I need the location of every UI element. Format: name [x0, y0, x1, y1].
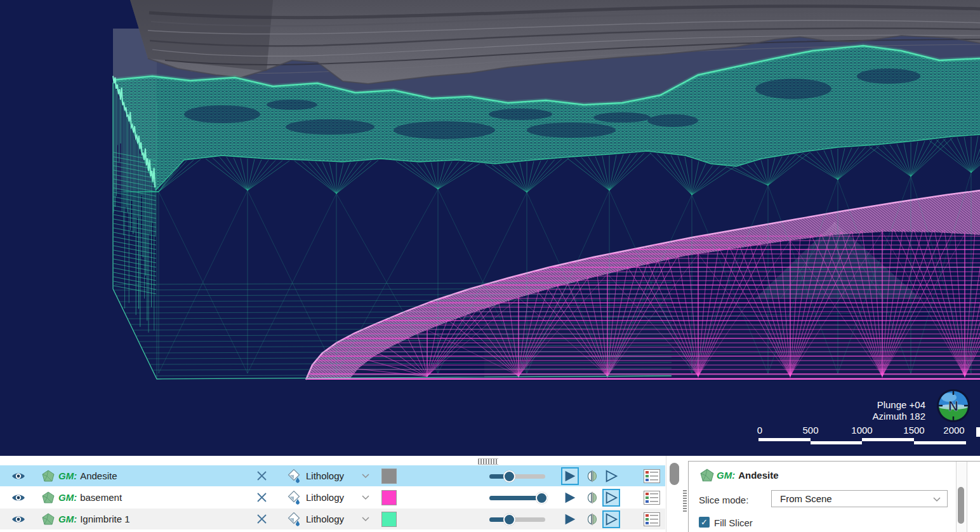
scene-viewport[interactable]: Plunge +04 Azimuth 182 N 0 500 1000 [0, 0, 980, 456]
shading-mode-dropdown[interactable]: Lithology [306, 487, 344, 508]
shape-row-basement[interactable]: GM:basementLithology [0, 487, 665, 508]
render-solid-button[interactable] [561, 510, 579, 528]
render-solid-button[interactable] [561, 467, 579, 485]
slice-mode-label: Slice mode: [699, 495, 748, 505]
chevron-down-icon [933, 493, 941, 505]
geological-model-icon [42, 509, 55, 529]
remove-from-scene-button[interactable] [256, 465, 267, 486]
color-swatch[interactable] [381, 465, 397, 486]
scale-tick: 1500 [903, 425, 924, 436]
gm-prefix: GM: [58, 492, 77, 503]
shape-row-ignimbrite[interactable]: GM:Ignimbrite 1Lithology [0, 509, 665, 529]
slice-mode-value: From Scene [780, 493, 933, 504]
render-wireframe-button[interactable] [602, 467, 620, 485]
shape-list-panel: GM:AndesiteLithology GM:basementLitholog… [0, 456, 980, 532]
opacity-slider[interactable] [489, 465, 545, 486]
chevron-down-icon[interactable] [362, 487, 369, 508]
properties-panel: GM:Andesite Slice mode: From Scene ✓ Fil… [688, 461, 980, 532]
visibility-eye-icon[interactable] [11, 509, 25, 529]
shape-list-scrollbar-thumb[interactable] [670, 463, 679, 485]
gm-prefix: GM: [58, 470, 77, 481]
opacity-slider-knob[interactable] [503, 470, 515, 482]
shape-list-scrollbar[interactable] [666, 456, 683, 532]
panel-resize-grip-horizontal[interactable] [478, 458, 498, 465]
plunge-label: Plunge +04 [873, 399, 925, 411]
shading-bucket-icon [288, 487, 301, 508]
render-wireframe-button[interactable] [602, 489, 620, 507]
scale-tick: 1000 [851, 425, 872, 436]
color-swatch[interactable] [381, 487, 397, 508]
opacity-slider-knob[interactable] [503, 514, 515, 526]
scale-tick: 2000 [943, 425, 964, 436]
render-both-sides-button[interactable] [583, 510, 601, 528]
shape-label: GM:Andesite [58, 465, 117, 486]
chevron-down-icon[interactable] [362, 465, 369, 486]
shading-bucket-icon [288, 509, 301, 529]
orientation-readout: Plunge +04 Azimuth 182 [873, 399, 925, 422]
scale-bar-segments [758, 438, 966, 444]
slice-mode-dropdown[interactable]: From Scene [771, 490, 948, 507]
color-swatch[interactable] [381, 509, 397, 529]
shape-label: GM:Ignimbrite 1 [58, 509, 130, 529]
render-both-sides-button[interactable] [583, 467, 601, 485]
render-solid-button[interactable] [561, 489, 579, 507]
scene-3d-canvas[interactable] [0, 0, 980, 456]
panel-resize-grip-vertical[interactable] [683, 490, 687, 512]
compass-north-letter: N [948, 398, 958, 414]
geological-model-icon [700, 469, 714, 485]
shading-mode-dropdown[interactable]: Lithology [306, 509, 344, 529]
chevron-down-icon[interactable] [362, 509, 369, 529]
remove-from-scene-button[interactable] [256, 509, 267, 529]
shape-label: GM:basement [58, 487, 122, 508]
scale-bar: 0 500 1000 1500 2000 [758, 425, 974, 448]
properties-scrollbar-thumb[interactable] [958, 487, 964, 524]
visibility-eye-icon[interactable] [11, 465, 25, 486]
opacity-slider[interactable] [489, 509, 545, 529]
compass-ball[interactable]: N [936, 389, 970, 423]
fill-slicer-checkbox[interactable]: ✓ [699, 517, 710, 528]
properties-title: GM:Andesite [717, 470, 779, 481]
visibility-eye-icon[interactable] [11, 487, 25, 508]
fill-slicer-label: Fill Slicer [714, 517, 753, 528]
azimuth-label: Azimuth 182 [873, 411, 925, 422]
scale-tick: 0 [757, 425, 762, 436]
properties-scrollbar[interactable] [956, 462, 967, 532]
shading-bucket-icon [288, 465, 301, 486]
gm-prefix: GM: [717, 470, 735, 481]
shading-mode-dropdown[interactable]: Lithology [306, 465, 344, 486]
legend-button[interactable] [644, 509, 660, 529]
opacity-slider-knob[interactable] [536, 492, 548, 504]
scale-tick: 500 [802, 425, 818, 436]
geological-model-icon [42, 487, 55, 508]
geological-model-icon [42, 465, 55, 486]
shape-row-andesite[interactable]: GM:AndesiteLithology [0, 465, 665, 486]
gm-prefix: GM: [58, 514, 77, 524]
remove-from-scene-button[interactable] [256, 487, 267, 508]
window-scrollbar-sliver [976, 427, 980, 437]
legend-button[interactable] [644, 487, 660, 508]
legend-button[interactable] [644, 465, 660, 486]
leapfrog-window: Plunge +04 Azimuth 182 N 0 500 1000 [0, 0, 980, 532]
render-wireframe-button[interactable] [602, 510, 620, 528]
opacity-slider[interactable] [489, 487, 545, 508]
render-both-sides-button[interactable] [583, 489, 601, 507]
